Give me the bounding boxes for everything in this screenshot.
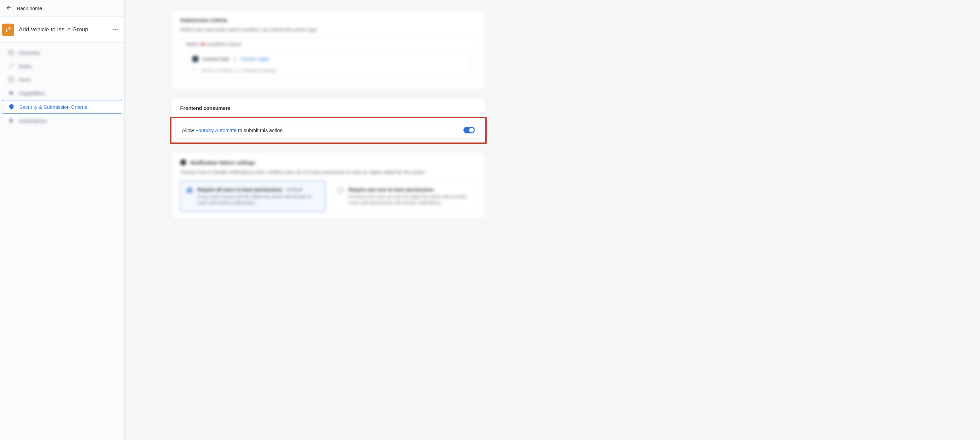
back-home-link[interactable]: Back home	[0, 0, 124, 17]
sidebar-item-security[interactable]: Security & Submission Criteria	[2, 100, 122, 113]
action-type-icon	[2, 24, 14, 36]
foundry-automate-link[interactable]: Foundry Automate	[195, 128, 237, 133]
notification-options: Require all users to have permissions · …	[180, 181, 477, 212]
automations-icon	[8, 118, 14, 124]
form-icon	[8, 77, 14, 83]
page-title: Add Vehicle to Issue Group	[19, 26, 105, 33]
option-desc: If at least one user can see the object …	[348, 194, 470, 206]
allow-automate-text: Allow Foundry Automate to submit this ac…	[182, 128, 283, 133]
option-title: Require all users to have permissions	[197, 187, 282, 192]
user-name: Conner Jager	[241, 56, 269, 62]
sidebar-item-label: Automations	[19, 118, 47, 124]
rules-icon	[8, 63, 14, 69]
highlight-box: Allow Foundry Automate to submit this ac…	[170, 117, 487, 144]
sidebar-item-label: Form	[19, 77, 31, 83]
notification-title: Notification failure settings	[190, 160, 255, 166]
page-title-row: Add Vehicle to Issue Group	[0, 17, 124, 43]
submission-title: Submission criteria	[180, 17, 477, 23]
sidebar-item-form[interactable]: Form	[2, 73, 122, 86]
frontend-consumers-card: Frontend consumers Allow Foundry Automat…	[172, 99, 485, 142]
sidebar-nav: Overview Rules Form Capabilities	[0, 43, 124, 128]
add-condition-button[interactable]: ＋ Add a condition or a logical operator	[192, 67, 465, 73]
condition-row[interactable]: Current User is Conner Jager	[192, 56, 465, 62]
notification-option-any[interactable]: Require any user to have permissions If …	[331, 181, 477, 212]
sidebar-item-label: Security & Submission Criteria	[19, 104, 88, 110]
svg-point-5	[116, 29, 118, 30]
is-label: is	[233, 56, 237, 62]
allow-automate-toggle[interactable]	[463, 127, 475, 134]
submission-criteria-card: Submission criteria Define who and under…	[172, 10, 485, 89]
main-content: Submission criteria Define who and under…	[125, 0, 980, 440]
svg-point-3	[113, 29, 114, 30]
option-title: Require any user to have permissions	[348, 187, 434, 192]
gear-icon	[180, 159, 186, 166]
svg-point-8	[10, 119, 13, 122]
notification-description: Choose how to handle notifications when …	[180, 169, 477, 175]
sidebar-item-overview[interactable]: Overview	[2, 46, 122, 59]
notification-settings-card: Notification failure settings Choose how…	[172, 152, 485, 218]
notification-option-all[interactable]: Require all users to have permissions · …	[180, 181, 325, 212]
svg-point-4	[115, 29, 116, 30]
radio-icon	[338, 187, 344, 193]
sidebar-item-rules[interactable]: Rules	[2, 60, 122, 72]
conditions-box: Match all conditions below Current User …	[180, 37, 477, 82]
arrow-left-icon	[6, 5, 12, 12]
back-home-label: Back home	[17, 5, 42, 11]
radio-icon	[186, 187, 192, 193]
sidebar-item-label: Capabilities	[19, 90, 45, 96]
sidebar-item-automations[interactable]: Automations	[2, 114, 122, 127]
svg-point-7	[10, 92, 13, 95]
current-user-label: Current User	[202, 56, 229, 62]
sidebar-item-capabilities[interactable]: Capabilities	[2, 86, 122, 99]
user-icon	[192, 56, 198, 62]
submission-description: Define who and under which condition can…	[180, 27, 477, 32]
frontend-consumers-title: Frontend consumers	[172, 99, 485, 117]
sidebar-item-label: Overview	[19, 50, 40, 56]
svg-rect-6	[9, 78, 13, 81]
sidebar: Back home Add Vehicle to Issue Group	[0, 0, 125, 440]
more-menu-button[interactable]	[110, 25, 120, 35]
sidebar-item-label: Rules	[19, 63, 32, 69]
shield-icon	[8, 104, 14, 110]
overview-icon	[8, 49, 14, 56]
capabilities-icon	[8, 90, 14, 96]
option-desc: If any users cannot see the object the a…	[197, 194, 319, 206]
allow-automate-row: Allow Foundry Automate to submit this ac…	[175, 122, 481, 139]
match-header: Match all conditions below	[186, 41, 471, 47]
